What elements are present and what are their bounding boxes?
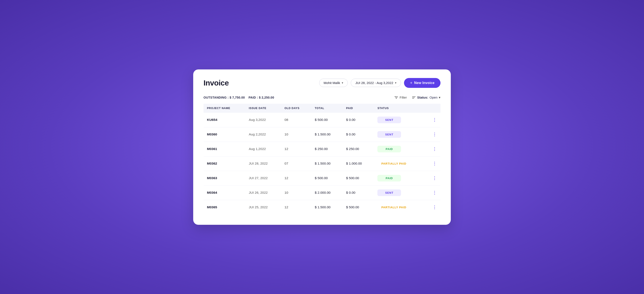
cell-status: PARTIALLY PAID xyxy=(374,156,429,171)
status-badge: PAID xyxy=(378,175,401,181)
row-action-menu-button[interactable]: ⋮ xyxy=(432,117,437,122)
person-dropdown-chevron: ▾ xyxy=(342,81,343,84)
cell-action: ⋮ xyxy=(429,113,440,127)
cell-project-name: M0363 xyxy=(204,171,245,185)
person-dropdown-label: Mohit Malik xyxy=(324,81,340,85)
cell-status: SENT xyxy=(374,127,429,142)
paid-summary-value: $ 2,250.00 xyxy=(259,96,274,99)
cell-old-days: 07 xyxy=(281,156,311,171)
status-badge: SENT xyxy=(378,117,401,123)
date-range-dropdown[interactable]: JUI 28, 2022 - Aug 3,2022 ▾ xyxy=(351,79,401,87)
status-badge: PAID xyxy=(378,146,401,152)
row-action-menu-button[interactable]: ⋮ xyxy=(432,146,437,151)
cell-issue-date: JUI 26, 2022 xyxy=(245,185,281,200)
cell-old-days: 10 xyxy=(281,127,311,142)
status-chevron: ▾ xyxy=(439,96,440,99)
plus-icon: + xyxy=(410,81,412,85)
cell-action: ⋮ xyxy=(429,127,440,142)
status-control[interactable]: Status: Open ▾ xyxy=(412,96,440,99)
cell-status: PARTIALLY PAID xyxy=(374,200,429,214)
col-old-days: OLD DAYS xyxy=(281,104,311,113)
status-badge: PARTIALLY PAID xyxy=(378,160,410,167)
cell-project-name: M0362 xyxy=(204,156,245,171)
cell-old-days: 12 xyxy=(281,200,311,214)
cell-issue-date: JUI 27, 2022 xyxy=(245,171,281,185)
table-row: M0364JUI 26, 202210$ 2.000.00$ 0.00SENT⋮ xyxy=(204,185,440,200)
col-paid: PAID xyxy=(342,104,374,113)
table-header: PROJECT NAME ISSUE DATE OLD DAYS TOTAL P… xyxy=(204,104,440,113)
outstanding-value: $ 7,750.00 xyxy=(230,96,245,99)
cell-paid: $ 0.00 xyxy=(342,113,374,127)
cell-status: PAID xyxy=(374,171,429,185)
cell-total: $ 500.00 xyxy=(311,113,342,127)
cell-issue-date: JUI 25, 2022 xyxy=(245,200,281,214)
cell-issue-date: Aug 3,2022 xyxy=(245,113,281,127)
svg-point-3 xyxy=(395,96,396,97)
cell-total: $ 1.500.00 xyxy=(311,127,342,142)
status-badge: PARTIALLY PAID xyxy=(378,204,410,211)
cell-project-name: M0365 xyxy=(204,200,245,214)
cell-old-days: 08 xyxy=(281,113,311,127)
page-title: Invoice xyxy=(204,79,229,87)
sort-icon xyxy=(412,96,416,99)
cell-action: ⋮ xyxy=(429,156,440,171)
cell-old-days: 12 xyxy=(281,142,311,156)
table-row: M0362JUI 28, 202207$ 1.500.00$ 1.000.00P… xyxy=(204,156,440,171)
cell-paid: $ 250.00 xyxy=(342,142,374,156)
invoice-table: PROJECT NAME ISSUE DATE OLD DAYS TOTAL P… xyxy=(204,104,440,214)
page-header: Invoice Mohit Malik ▾ JUI 28, 2022 - Aug… xyxy=(204,78,440,88)
row-action-menu-button[interactable]: ⋮ xyxy=(432,132,437,137)
table-header-row: PROJECT NAME ISSUE DATE OLD DAYS TOTAL P… xyxy=(204,104,440,113)
row-action-menu-button[interactable]: ⋮ xyxy=(432,175,437,181)
table-row: KU654Aug 3,202208$ 500.00$ 0.00SENT⋮ xyxy=(204,113,440,127)
cell-status: PAID xyxy=(374,142,429,156)
col-total: TOTAL xyxy=(311,104,342,113)
cell-total: $ 1.500.00 xyxy=(311,156,342,171)
row-action-menu-button[interactable]: ⋮ xyxy=(432,161,437,166)
cell-total: $ 500.00 xyxy=(311,171,342,185)
cell-total: $ 250.00 xyxy=(311,142,342,156)
table-row: M0363JUI 27, 202212$ 500.00$ 500.00PAID⋮ xyxy=(204,171,440,185)
summary-right-controls: Filter Status: Open ▾ xyxy=(394,96,440,99)
filter-label: Filter xyxy=(400,96,407,99)
summary-bar: OUTSTANDING : $ 7,750.00 PAID : $ 2,250.… xyxy=(204,96,440,99)
cell-project-name: M0364 xyxy=(204,185,245,200)
cell-action: ⋮ xyxy=(429,185,440,200)
cell-total: $ 2.000.00 xyxy=(311,185,342,200)
col-actions xyxy=(429,104,440,113)
status-filter-label: Status: xyxy=(417,96,428,99)
table-row: M0361Aug 1,202212$ 250.00$ 250.00PAID⋮ xyxy=(204,142,440,156)
new-invoice-button[interactable]: + New Invoice xyxy=(404,78,440,88)
filter-icon xyxy=(394,96,398,99)
new-invoice-label: New Invoice xyxy=(414,81,434,85)
date-range-label: JUI 28, 2022 - Aug 3,2022 xyxy=(355,81,393,85)
outstanding-label: OUTSTANDING : xyxy=(204,96,228,99)
cell-issue-date: Aug 2,2022 xyxy=(245,127,281,142)
summary-text: OUTSTANDING : $ 7,750.00 PAID : $ 2,250.… xyxy=(204,96,274,99)
row-action-menu-button[interactable]: ⋮ xyxy=(432,190,437,195)
cell-old-days: 10 xyxy=(281,185,311,200)
filter-button[interactable]: Filter xyxy=(394,96,407,99)
cell-project-name: M0361 xyxy=(204,142,245,156)
cell-status: SENT xyxy=(374,185,429,200)
cell-paid: $ 1.000.00 xyxy=(342,156,374,171)
table-body: KU654Aug 3,202208$ 500.00$ 0.00SENT⋮M036… xyxy=(204,113,440,214)
cell-total: $ 1.500.00 xyxy=(311,200,342,214)
col-issue-date: ISSUE DATE xyxy=(245,104,281,113)
cell-paid: $ 0.00 xyxy=(342,185,374,200)
status-filter-value: Open xyxy=(430,96,438,99)
person-dropdown[interactable]: Mohit Malik ▾ xyxy=(319,79,348,87)
table-row: M0365JUI 25, 202212$ 1.500.00$ 500.00PAR… xyxy=(204,200,440,214)
header-controls: Mohit Malik ▾ JUI 28, 2022 - Aug 3,2022 … xyxy=(319,78,440,88)
svg-point-5 xyxy=(396,98,396,99)
cell-status: SENT xyxy=(374,113,429,127)
row-action-menu-button[interactable]: ⋮ xyxy=(432,205,437,210)
cell-paid: $ 500.00 xyxy=(342,171,374,185)
cell-action: ⋮ xyxy=(429,200,440,214)
cell-issue-date: JUI 28, 2022 xyxy=(245,156,281,171)
cell-paid: $ 0.00 xyxy=(342,127,374,142)
cell-project-name: KU654 xyxy=(204,113,245,127)
cell-paid: $ 500.00 xyxy=(342,200,374,214)
cell-action: ⋮ xyxy=(429,142,440,156)
status-badge: SENT xyxy=(378,131,401,138)
